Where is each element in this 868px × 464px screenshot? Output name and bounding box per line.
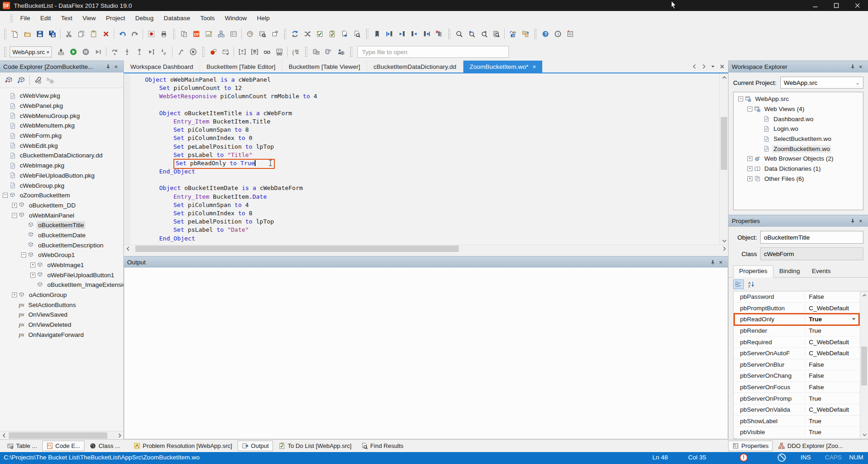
property-value[interactable]: C_WebDefault: [805, 339, 859, 346]
menu-window[interactable]: Window: [220, 15, 252, 22]
property-value[interactable]: C_WebDefault: [805, 406, 859, 413]
pin-icon[interactable]: [848, 63, 857, 71]
find-next-icon[interactable]: [478, 28, 490, 40]
print-icon[interactable]: [157, 28, 170, 40]
save-icon[interactable]: [33, 28, 46, 40]
find-icon[interactable]: [453, 28, 465, 40]
property-row-pbreadonly[interactable]: pbReadOnlyTrue: [734, 314, 868, 325]
toolbar-gripper[interactable]: [3, 46, 6, 58]
web-app-admin-icon[interactable]: [334, 45, 347, 58]
toolbar-gripper[interactable]: [365, 28, 368, 40]
undo-icon[interactable]: [116, 28, 128, 40]
tree-item-other-files-6-[interactable]: +Other Files (6): [735, 174, 863, 184]
open-file-input[interactable]: [357, 46, 509, 58]
scroll-left-icon[interactable]: [124, 245, 132, 252]
menu-database[interactable]: Database: [159, 15, 195, 22]
code-line[interactable]: Set psLabel to "Date": [130, 226, 719, 234]
expand-icon[interactable]: +: [747, 156, 752, 161]
database-explorer-icon[interactable]: [310, 45, 322, 58]
property-value[interactable]: False: [805, 384, 859, 391]
tree-item-login-wo[interactable]: Login.wo: [735, 124, 863, 134]
help-icon[interactable]: ?: [539, 28, 551, 40]
table-list-icon[interactable]: [227, 28, 239, 40]
last-bookmark-icon[interactable]: [420, 28, 433, 40]
tab-scroll-right-icon[interactable]: [699, 61, 708, 72]
web-functions-icon[interactable]: fx: [44, 74, 56, 87]
find-in-files-icon[interactable]: [490, 28, 502, 40]
property-row-pbserveronchang[interactable]: pbServerOnChangFalse: [734, 370, 868, 382]
property-row-pbrender[interactable]: pbRenderTrue: [734, 325, 868, 337]
code-line[interactable]: [130, 101, 719, 109]
table-find-icon[interactable]: [256, 28, 268, 40]
property-value[interactable]: False: [805, 293, 859, 300]
property-row-pbserveronblur[interactable]: pbServerOnBlurFalse: [734, 359, 868, 371]
tree-item-cwebedit-pkg[interactable]: cWebEdit.pkg: [0, 140, 123, 151]
menu-gripper[interactable]: [10, 13, 13, 22]
tree-item-data-dictionaries-1-[interactable]: +Data Dictionaries (1): [735, 164, 863, 174]
toolbar-gripper[interactable]: [349, 46, 352, 58]
menu-file[interactable]: File: [15, 15, 35, 22]
tree-item-cwebgroup-pkg[interactable]: cWebGroup.pkg: [0, 180, 123, 190]
code-line[interactable]: WebSetResponsive piColumnCount rmMobile …: [130, 92, 719, 101]
toolbar-gripper[interactable]: [201, 46, 205, 58]
bottom-tab-class-[interactable]: Class ...: [85, 441, 124, 451]
export-source-icon[interactable]: [338, 28, 351, 40]
close-button[interactable]: [847, 0, 868, 11]
tree-item-cwebpanel-pkg[interactable]: cWebPanel.pkg: [0, 101, 123, 111]
new-file-icon[interactable]: *: [9, 28, 21, 40]
tree-item-onviewdeleted[interactable]: pxOnViewDeleted: [0, 320, 123, 330]
scroll-down-icon[interactable]: [720, 237, 729, 245]
tree-item-selectbucketitem-wo[interactable]: SelectBucketItem.wo: [735, 134, 863, 144]
code-line[interactable]: Set piColumnCount to 12: [130, 84, 719, 92]
web-properties-icon[interactable]: [32, 74, 44, 87]
tree-item-web-views-4-[interactable]: −Web Views (4): [735, 104, 863, 114]
property-row-pbpassword[interactable]: pbPasswordFalse: [734, 291, 868, 303]
database-palette-icon[interactable]: [244, 28, 256, 40]
scroll-up-icon[interactable]: [860, 291, 868, 299]
expand-icon[interactable]: +: [30, 273, 35, 278]
categorized-icon[interactable]: [733, 280, 744, 289]
menu-text[interactable]: Text: [56, 15, 78, 22]
menu-edit[interactable]: Edit: [35, 15, 56, 22]
code-line[interactable]: Set psLabel to "Title": [130, 151, 719, 159]
property-row-pbserveronpromp[interactable]: pbServerOnPrompTrue: [734, 393, 868, 404]
scroll-right-icon[interactable]: [116, 432, 123, 439]
pin-icon[interactable]: [848, 217, 857, 225]
bottom-tab-ddo-explorer-zoo-[interactable]: DDO Explorer [Zoo...: [774, 441, 847, 451]
sort-alphabetical-icon[interactable]: AZ: [746, 280, 757, 289]
toolbar-gripper[interactable]: [304, 46, 307, 58]
property-row-pbserveronvalida[interactable]: pbServerOnValidaC_WebDefault: [734, 404, 868, 416]
workspace-files-icon[interactable]: [178, 28, 190, 40]
code-line[interactable]: Entry_Item BucketItem.Title: [130, 117, 719, 126]
run-icon[interactable]: [67, 45, 79, 58]
tree-item-obucketitemtitle[interactable]: oBucketItemTitle: [0, 220, 123, 230]
menu-tools[interactable]: Tools: [195, 15, 220, 22]
scroll-right-icon[interactable]: [720, 245, 728, 252]
redo-icon[interactable]: [128, 28, 141, 40]
bottom-tab-to-do-list-webapp-src-[interactable]: To Do List [WebApp.src]: [274, 441, 356, 451]
code-preview-icon[interactable]: [261, 45, 273, 58]
preview-icon[interactable]: [351, 28, 363, 40]
pause-icon[interactable]: [79, 45, 92, 58]
run-to-cursor-icon[interactable]: [145, 45, 158, 58]
expand-icon[interactable]: +: [747, 166, 752, 171]
demote-object-icon[interactable]: [15, 74, 28, 87]
tab-bucketitem-table-editor-[interactable]: BucketItem [Table Editor]: [200, 61, 282, 73]
code-line[interactable]: Set piColumnSpan to 4: [130, 201, 719, 209]
maximize-button[interactable]: [826, 0, 847, 11]
scroll-up-icon[interactable]: [720, 73, 729, 81]
tree-item-onnavigateforward[interactable]: pxOnNavigateForward: [0, 330, 123, 340]
dropdown-arrow-icon[interactable]: [852, 318, 856, 320]
close-panel-icon[interactable]: ×: [112, 63, 120, 71]
paste-icon[interactable]: [87, 28, 100, 40]
property-value[interactable]: C_WebDefault: [805, 350, 859, 357]
menu-help[interactable]: Help: [252, 15, 275, 22]
bottom-tab-code-e-[interactable]: Code E...: [42, 441, 84, 451]
tab-list-icon[interactable]: [708, 61, 718, 72]
tab-close-icon[interactable]: ×: [533, 64, 536, 70]
properties-tab-properties[interactable]: Properties: [733, 265, 773, 278]
tree-item-owebgroup1[interactable]: −oWebGroup1: [0, 250, 123, 260]
tree-item-dashboard-wo[interactable]: Dashboard.wo: [735, 114, 863, 124]
code-line[interactable]: Set piColumnIndex to 8: [130, 209, 719, 218]
compile-check-icon[interactable]: [313, 28, 326, 40]
